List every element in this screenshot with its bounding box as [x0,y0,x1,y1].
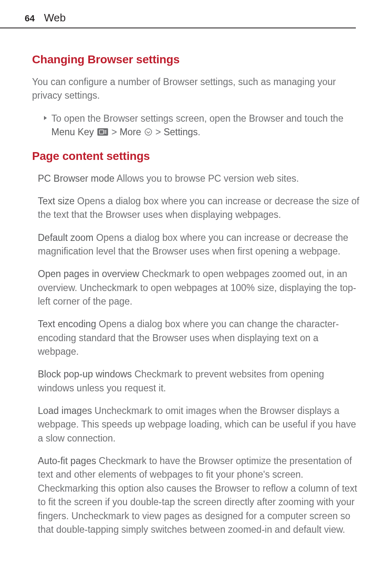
section-title: Web [44,12,66,24]
menu-key-icon [97,126,108,139]
page-number: 64 [25,13,35,24]
setting-text-encoding: Text encoding Opens a dialog box where y… [38,317,360,358]
setting-label: Open pages in overview [38,268,139,279]
svg-rect-0 [97,128,108,136]
gt1: > [109,127,120,137]
heading-changing-browser-settings: Changing Browser settings [32,53,360,66]
setting-desc: Opens a dialog box where you can increas… [38,196,359,220]
svg-point-5 [145,129,152,135]
setting-load-images: Load images Uncheckmark to omit images w… [38,404,360,445]
setting-label: Text encoding [38,319,96,329]
setting-label: Block pop-up windows [38,369,132,379]
setting-block-popup: Block pop-up windows Checkmark to preven… [38,368,360,395]
setting-label: Load images [38,405,92,416]
heading-page-content-settings: Page content settings [32,150,360,163]
svg-rect-3 [104,132,106,132]
setting-default-zoom: Default zoom Opens a dialog box where yo… [38,231,360,259]
setting-label: Default zoom [38,232,94,243]
setting-desc: Checkmark to have the Browser optimize t… [38,455,357,535]
svg-rect-4 [104,133,106,134]
menu-key-label: Menu Key [51,127,94,137]
bullet-marker-icon [44,115,47,140]
setting-desc: Allows you to browse PC version web site… [115,173,299,184]
setting-auto-fit-pages: Auto-fit pages Checkmark to have the Bro… [38,454,360,536]
setting-label: Text size [38,196,74,206]
more-label: More [120,127,141,137]
intro-paragraph: You can configure a number of Browser se… [32,75,360,103]
bullet-pre-text: To open the Browser settings screen, ope… [51,113,344,124]
settings-label: Settings [164,127,198,137]
setting-text-size: Text size Opens a dialog box where you c… [38,194,360,222]
setting-label: Auto-fit pages [38,455,96,466]
svg-rect-2 [104,130,106,131]
setting-pc-browser-mode: PC Browser mode Allows you to browse PC … [38,172,360,185]
gt2: > [153,127,164,137]
page-content: Changing Browser settings You can config… [0,53,392,536]
more-icon [145,126,152,139]
bullet-text: To open the Browser settings screen, ope… [51,112,360,140]
bullet-item: To open the Browser settings screen, ope… [44,112,360,140]
bullet-dot: . [198,127,200,137]
setting-label: PC Browser mode [38,173,115,184]
setting-open-pages-overview: Open pages in overview Checkmark to open… [38,267,360,308]
page-header: 64 Web [0,0,356,28]
